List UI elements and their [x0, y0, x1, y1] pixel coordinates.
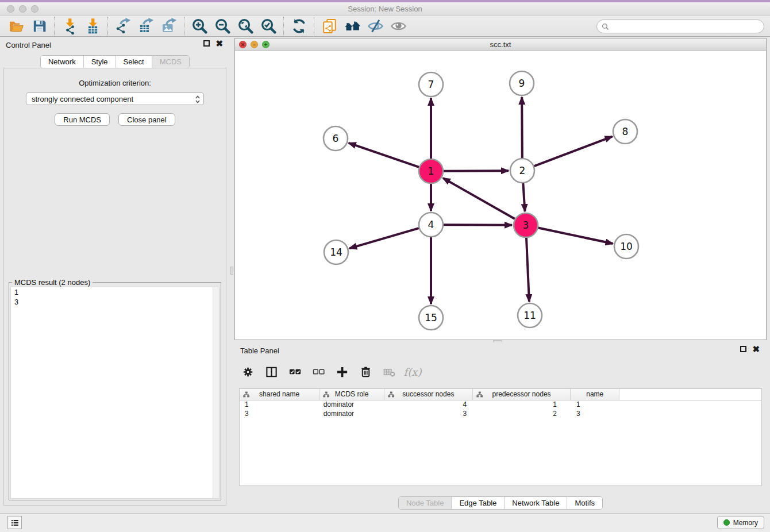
table-cell[interactable]: 1 [240, 400, 319, 409]
tab-mcds[interactable]: MCDS [152, 56, 189, 68]
table-row[interactable]: 3dominator323 [240, 409, 761, 418]
window-titlebar: Session: New Session [0, 2, 770, 16]
table-panel-close-icon[interactable]: ✖ [752, 346, 760, 352]
table-cell[interactable]: 4 [384, 400, 473, 409]
column-header-shared-name[interactable]: shared name [240, 389, 319, 400]
edge-2-8[interactable] [534, 137, 613, 167]
graph-node-label-15: 15 [425, 312, 437, 323]
tab-select[interactable]: Select [116, 56, 152, 68]
column-header-filler [619, 389, 761, 400]
table-cell[interactable]: 3 [240, 409, 319, 418]
memory-button[interactable]: Memory [717, 516, 764, 529]
column-header-predecessor-nodes[interactable]: predecessor nodes [472, 389, 571, 400]
table-cell-filler [619, 400, 761, 409]
import-table-icon[interactable] [81, 17, 104, 36]
open-session-icon[interactable] [5, 17, 28, 36]
result-line: 3 [11, 297, 219, 307]
application-window: Session: New Session Control Panel ✖ Net… [0, 0, 770, 532]
main-toolbar [0, 16, 770, 37]
zoom-in-icon[interactable] [188, 17, 211, 36]
search-box[interactable] [596, 20, 764, 33]
control-panel-float-icon[interactable] [203, 40, 210, 47]
edge-4-3[interactable] [444, 225, 512, 225]
apply-layout-icon[interactable] [287, 17, 310, 36]
mcds-panel: Optimization criterion: strongly connect… [3, 68, 226, 506]
column-header-MCDS-role[interactable]: MCDS role [319, 389, 384, 400]
edge-2-9[interactable] [522, 97, 522, 158]
unselect-all-columns-icon[interactable] [311, 364, 326, 379]
column-header-name[interactable]: name [571, 389, 619, 400]
control-panel-title: Control Panel [6, 41, 51, 49]
toolbar-separator [283, 17, 284, 36]
export-table-icon[interactable] [134, 17, 157, 36]
save-session-icon[interactable] [28, 17, 51, 36]
tab-network[interactable]: Network [41, 56, 83, 68]
edge-1-2[interactable] [444, 171, 509, 171]
optimization-criterion-select[interactable]: strongly connected component [26, 92, 204, 105]
network-view-title: scc.txt [235, 40, 766, 49]
edge-3-10[interactable] [538, 228, 613, 244]
table-cell[interactable]: 3 [384, 409, 473, 418]
sort-hierarchy-icon [476, 391, 483, 400]
edge-1-6[interactable] [349, 143, 419, 167]
export-network-icon[interactable] [111, 17, 134, 36]
mcds-result-group: MCDS result (2 nodes) 13 [9, 282, 221, 500]
delete-table-icon [382, 364, 396, 379]
import-network-icon[interactable] [58, 17, 81, 36]
table-cell[interactable]: dominator [319, 400, 384, 409]
network-canvas[interactable]: 7968124314101511 [235, 51, 766, 340]
table-tab-network-table[interactable]: Network Table [504, 497, 567, 509]
table-panel: Table Panel ✖ f(x) shared nameMCDS roles… [234, 342, 767, 513]
hide-style-icon[interactable] [364, 17, 387, 36]
splitter-handle[interactable] [230, 267, 233, 275]
table-cell[interactable]: 1 [571, 400, 619, 409]
show-details-icon[interactable] [387, 17, 410, 36]
table-cell[interactable]: 3 [571, 409, 619, 418]
table-cell[interactable]: 1 [472, 400, 571, 409]
node-table[interactable]: shared nameMCDS rolesuccessor nodesprede… [239, 388, 762, 486]
network-graph[interactable]: 7968124314101511 [235, 51, 766, 340]
delete-columns-icon[interactable] [358, 364, 373, 379]
run-mcds-button[interactable]: Run MCDS [55, 113, 110, 126]
search-icon [602, 23, 609, 30]
zoom-out-icon[interactable] [211, 17, 234, 36]
table-tab-node-table[interactable]: Node Table [399, 497, 452, 509]
create-column-icon[interactable] [334, 364, 349, 379]
table-settings-icon[interactable] [240, 364, 255, 379]
zoom-selected-icon[interactable] [257, 17, 280, 36]
workspace: Control Panel ✖ NetworkStyleSelectMCDS O… [0, 37, 770, 513]
mcds-result-textarea[interactable]: 13 [10, 287, 220, 499]
table-cell[interactable]: dominator [319, 409, 384, 418]
graph-node-label-7: 7 [428, 79, 434, 90]
tab-style[interactable]: Style [83, 56, 116, 68]
graph-node-label-11: 11 [523, 310, 536, 321]
column-header-successor-nodes[interactable]: successor nodes [384, 389, 473, 400]
table-toolbar: f(x) [240, 361, 420, 383]
control-panel-close-icon[interactable]: ✖ [215, 40, 223, 47]
task-history-button[interactable] [7, 516, 22, 529]
toolbar-separator [54, 17, 55, 36]
table-panel-float-icon[interactable] [740, 346, 746, 352]
home-icon[interactable] [341, 17, 364, 36]
table-tab-edge-table[interactable]: Edge Table [451, 497, 504, 509]
table-row[interactable]: 1dominator411 [240, 400, 761, 409]
edge-4-14[interactable] [349, 228, 419, 248]
zoom-fit-icon[interactable] [234, 17, 257, 36]
edge-2-3[interactable] [523, 183, 525, 211]
toolbar-separator [184, 17, 184, 36]
network-document-icon[interactable] [318, 17, 341, 36]
close-panel-button[interactable]: Close panel [118, 113, 175, 126]
table-tab-motifs[interactable]: Motifs [567, 497, 602, 509]
result-scrollbar[interactable] [213, 287, 219, 498]
search-input[interactable] [612, 22, 759, 31]
control-panel-header: Control Panel ✖ [0, 37, 230, 52]
vertical-splitter[interactable] [230, 37, 234, 513]
edge-3-11[interactable] [526, 238, 529, 302]
show-column-panel-icon[interactable] [264, 364, 279, 379]
export-image-icon[interactable] [157, 17, 180, 36]
graph-node-label-9: 9 [519, 78, 525, 89]
network-view-titlebar[interactable]: ✕ − + scc.txt [235, 38, 766, 51]
edge-3-1[interactable] [443, 178, 515, 219]
select-all-columns-icon[interactable] [287, 364, 302, 379]
table-cell[interactable]: 2 [472, 409, 571, 418]
